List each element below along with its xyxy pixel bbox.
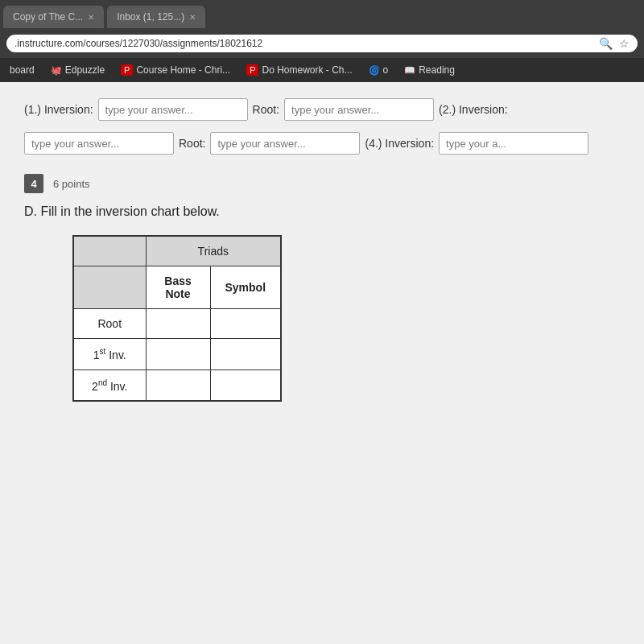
bookmark-do-homework[interactable]: P Do Homework - Ch... <box>242 63 357 77</box>
corner-cell-2 <box>73 266 146 309</box>
tab-copy[interactable]: Copy of The C... ✕ <box>3 6 104 28</box>
tab-bar: Copy of The C... ✕ Inbox (1, 125...) ✕ <box>0 0 644 29</box>
1st-inv-symbol[interactable] <box>210 339 281 370</box>
browser-chrome: Copy of The C... ✕ Inbox (1, 125...) ✕ .… <box>0 0 644 82</box>
edpuzzle-icon: 🐙 <box>51 65 62 76</box>
reading-icon: 📖 <box>404 65 415 76</box>
root-bass-note[interactable] <box>146 309 210 339</box>
chart-container: Triads BassNote Symbol Root 1 <box>72 235 620 402</box>
input-answer-2a[interactable] <box>24 132 174 155</box>
2nd-inv-label: 2nd Inv. <box>73 369 146 401</box>
2nd-inv-bass-note[interactable] <box>146 369 210 401</box>
root-symbol[interactable] <box>210 309 281 339</box>
tab-copy-label: Copy of The C... <box>13 11 83 23</box>
tab-inbox[interactable]: Inbox (1, 125...) ✕ <box>107 6 205 28</box>
input-root-2[interactable] <box>210 132 360 155</box>
bass-note-header: BassNote <box>146 266 210 309</box>
question-number: 4 <box>24 174 43 193</box>
table-row-1st-inv: 1st Inv. <box>73 339 281 370</box>
o-icon: 🌀 <box>369 65 380 76</box>
question-points: 6 points <box>53 178 90 190</box>
question-4-section: 4 6 points D. Fill in the inversion char… <box>24 174 620 402</box>
address-text: .instructure.com/courses/1227030/assignm… <box>14 38 262 49</box>
page-content: (1.) Inversion: Root: (2.) Inversion: Ro… <box>0 82 644 644</box>
bookmark-board-label: board <box>10 64 35 76</box>
do-homework-icon: P <box>246 64 258 76</box>
bookmark-course-home[interactable]: P Course Home - Chri... <box>116 63 235 77</box>
search-icon: 🔍 <box>599 37 613 50</box>
1st-inv-bass-note[interactable] <box>146 339 210 370</box>
label-inversion-4: (4.) Inversion: <box>365 137 434 150</box>
bookmark-course-home-label: Course Home - Chri... <box>136 64 230 76</box>
triads-header: Triads <box>146 236 281 266</box>
bookmark-do-homework-label: Do Homework - Ch... <box>262 64 352 76</box>
inversion-table: Triads BassNote Symbol Root 1 <box>72 235 282 402</box>
question-text: D. Fill in the inversion chart below. <box>24 204 620 219</box>
address-bar-row: .instructure.com/courses/1227030/assignm… <box>0 29 644 58</box>
label-inversion-2: (2.) Inversion: <box>439 103 508 116</box>
table-header-row-1: Triads <box>73 236 281 266</box>
course-home-icon: P <box>121 64 133 76</box>
bookmarks-bar: board 🐙 Edpuzzle P Course Home - Chri...… <box>0 58 644 82</box>
address-icons: 🔍 ☆ <box>599 37 630 50</box>
tab-close-icon-2[interactable]: ✕ <box>189 13 196 22</box>
address-bar[interactable]: .instructure.com/courses/1227030/assignm… <box>6 35 638 52</box>
bookmark-edpuzzle-label: Edpuzzle <box>65 64 105 76</box>
label-root-2: Root: <box>179 137 205 150</box>
label-inversion-1: (1.) Inversion: <box>24 103 93 116</box>
tab-inbox-label: Inbox (1, 125...) <box>117 11 184 23</box>
input-row-1: (1.) Inversion: Root: (2.) Inversion: <box>24 98 620 121</box>
bookmark-reading[interactable]: 📖 Reading <box>399 63 460 77</box>
bookmark-o[interactable]: 🌀 o <box>364 63 394 77</box>
corner-cell <box>73 236 146 266</box>
bookmark-edpuzzle[interactable]: 🐙 Edpuzzle <box>46 63 109 77</box>
bookmark-reading-label: Reading <box>419 64 455 76</box>
bookmark-o-label: o <box>383 64 389 76</box>
input-row-2: Root: (4.) Inversion: <box>24 132 620 155</box>
2nd-inv-symbol[interactable] <box>210 369 281 401</box>
input-inversion-4[interactable] <box>439 132 588 155</box>
bookmark-board[interactable]: board <box>5 63 39 77</box>
symbol-header: Symbol <box>210 266 281 309</box>
table-header-row-2: BassNote Symbol <box>73 266 281 309</box>
input-root-1[interactable] <box>284 98 434 121</box>
1st-inv-label: 1st Inv. <box>73 339 146 370</box>
table-row-root: Root <box>73 309 281 339</box>
question-header: 4 6 points <box>24 174 620 193</box>
label-root-1: Root: <box>253 103 279 116</box>
star-icon: ☆ <box>619 37 630 50</box>
root-label: Root <box>73 309 146 339</box>
table-row-2nd-inv: 2nd Inv. <box>73 369 281 401</box>
tab-close-icon[interactable]: ✕ <box>88 13 94 22</box>
input-inversion-1[interactable] <box>98 98 248 121</box>
